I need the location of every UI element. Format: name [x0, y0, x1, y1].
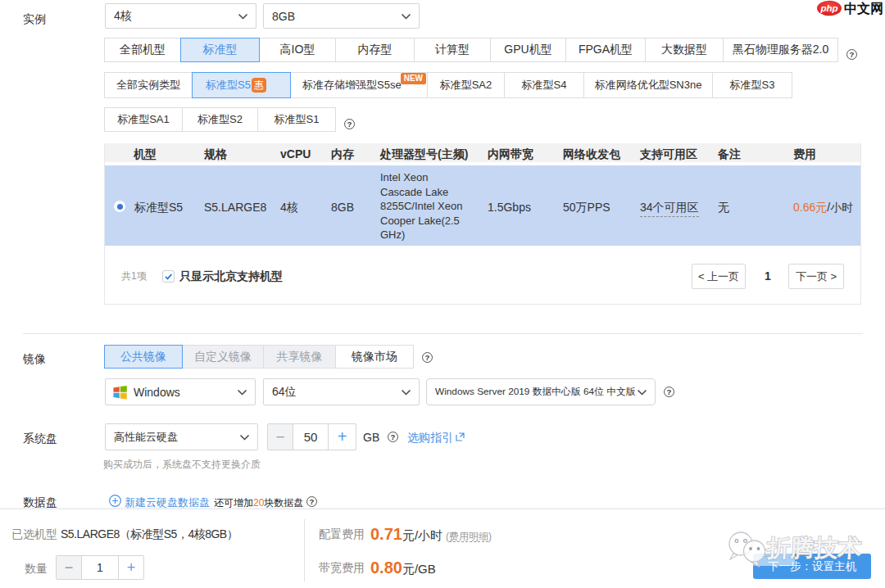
- svg-text:折腾技术: 折腾技术: [765, 535, 863, 561]
- svg-text:php: php: [819, 3, 837, 13]
